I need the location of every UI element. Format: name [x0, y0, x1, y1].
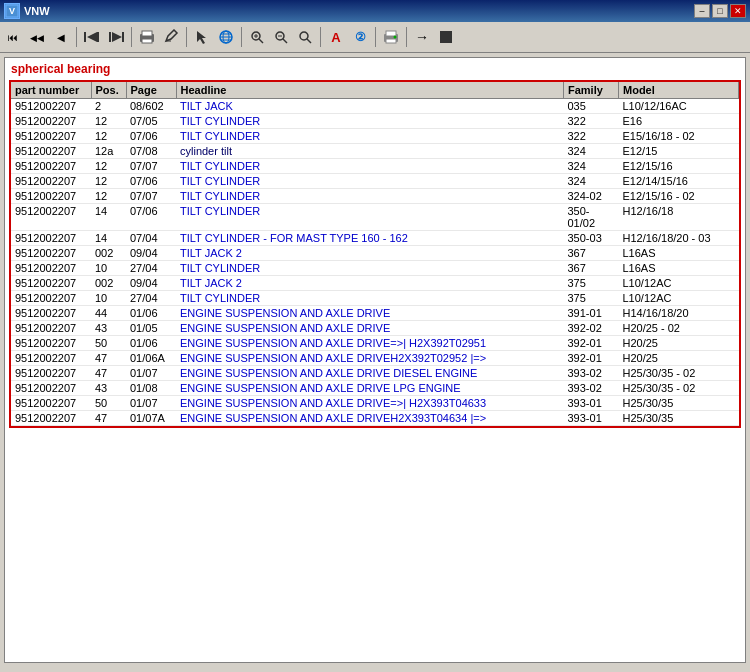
cell-headline[interactable]: TILT CYLINDER	[176, 189, 564, 204]
table-row[interactable]: 9512002207 002 09/04 TILT JACK 2 367 L16…	[11, 246, 739, 261]
cell-page: 01/05	[126, 321, 176, 336]
table-row[interactable]: 9512002207 2 08/602 TILT JACK 035 L10/12…	[11, 99, 739, 114]
cell-model: H12/16/18/20 - 03	[619, 231, 739, 246]
cell-headline[interactable]: TILT CYLINDER	[176, 204, 564, 231]
maximize-button[interactable]: □	[712, 4, 728, 18]
cell-model: H20/25	[619, 351, 739, 366]
cell-pos: 12	[91, 114, 126, 129]
search2-button[interactable]: ②	[349, 26, 371, 48]
table-row[interactable]: 9512002207 47 01/06A ENGINE SUSPENSION A…	[11, 351, 739, 366]
cell-partnumber: 9512002207	[11, 174, 91, 189]
cell-family: 393-02	[564, 366, 619, 381]
table-row[interactable]: 9512002207 43 01/08 ENGINE SUSPENSION AN…	[11, 381, 739, 396]
print-button[interactable]	[136, 26, 158, 48]
svg-rect-12	[142, 31, 152, 36]
table-header-row: part number Pos. Page Headline Family Mo…	[11, 82, 739, 99]
table-row[interactable]: 9512002207 12 07/06 TILT CYLINDER 322 E1…	[11, 129, 739, 144]
globe-button[interactable]	[215, 26, 237, 48]
cell-family: 392-01	[564, 336, 619, 351]
cell-headline[interactable]: ENGINE SUSPENSION AND AXLE DRIVE DIESEL …	[176, 366, 564, 381]
sep-6	[375, 27, 376, 47]
cell-headline[interactable]: cylinder tilt	[176, 144, 564, 159]
cell-model: L10/12AC	[619, 276, 739, 291]
table-row[interactable]: 9512002207 50 01/06 ENGINE SUSPENSION AN…	[11, 336, 739, 351]
cell-headline[interactable]: ENGINE SUSPENSION AND AXLE DRIVE	[176, 306, 564, 321]
col-header-model: Model	[619, 82, 739, 99]
table-row[interactable]: 9512002207 43 01/05 ENGINE SUSPENSION AN…	[11, 321, 739, 336]
cell-pos: 50	[91, 336, 126, 351]
cell-headline[interactable]: TILT CYLINDER	[176, 129, 564, 144]
print2-button[interactable]	[380, 26, 402, 48]
zoom-button[interactable]	[246, 26, 268, 48]
cell-pos: 43	[91, 321, 126, 336]
sep-2	[131, 27, 132, 47]
cell-pos: 47	[91, 411, 126, 426]
col-header-headline: Headline	[176, 82, 564, 99]
nav2-button[interactable]	[105, 26, 127, 48]
search1-button[interactable]: A	[325, 26, 347, 48]
cell-headline[interactable]: TILT CYLINDER	[176, 291, 564, 306]
table-row[interactable]: 9512002207 47 01/07 ENGINE SUSPENSION AN…	[11, 366, 739, 381]
svg-rect-35	[440, 31, 452, 43]
cell-headline[interactable]: TILT JACK	[176, 99, 564, 114]
cell-partnumber: 9512002207	[11, 204, 91, 231]
cell-headline[interactable]: ENGINE SUSPENSION AND AXLE DRIVEH2X392T0…	[176, 351, 564, 366]
cell-headline[interactable]: TILT JACK 2	[176, 246, 564, 261]
svg-line-23	[259, 39, 263, 43]
cell-family: 324	[564, 159, 619, 174]
table-row[interactable]: 9512002207 002 09/04 TILT JACK 2 375 L10…	[11, 276, 739, 291]
edit-button[interactable]	[160, 26, 182, 48]
stop-button[interactable]	[435, 26, 457, 48]
cell-family: 392-02	[564, 321, 619, 336]
cell-partnumber: 9512002207	[11, 99, 91, 114]
cell-headline[interactable]: ENGINE SUSPENSION AND AXLE DRIVE=>| H2X3…	[176, 396, 564, 411]
table-row[interactable]: 9512002207 12 07/05 TILT CYLINDER 322 E1…	[11, 114, 739, 129]
sep-3	[186, 27, 187, 47]
table-row[interactable]: 9512002207 44 01/06 ENGINE SUSPENSION AN…	[11, 306, 739, 321]
svg-rect-5	[84, 32, 86, 42]
table-row[interactable]: 9512002207 12 07/07 TILT CYLINDER 324 E1…	[11, 159, 739, 174]
cell-model: E12/15/16	[619, 159, 739, 174]
table-row[interactable]: 9512002207 14 07/06 TILT CYLINDER 350- 0…	[11, 204, 739, 231]
table-row[interactable]: 9512002207 10 27/04 TILT CYLINDER 367 L1…	[11, 261, 739, 276]
cell-page: 07/06	[126, 174, 176, 189]
cell-pos: 50	[91, 396, 126, 411]
table-row[interactable]: 9512002207 50 01/07 ENGINE SUSPENSION AN…	[11, 396, 739, 411]
cell-headline[interactable]: TILT CYLINDER	[176, 261, 564, 276]
cell-headline[interactable]: ENGINE SUSPENSION AND AXLE DRIVEH2X393T0…	[176, 411, 564, 426]
zoom2-button[interactable]	[270, 26, 292, 48]
table-row[interactable]: 9512002207 12 07/07 TILT CYLINDER 324-02…	[11, 189, 739, 204]
zoom3-button[interactable]	[294, 26, 316, 48]
cell-headline[interactable]: TILT CYLINDER	[176, 174, 564, 189]
cell-model: H25/30/35	[619, 396, 739, 411]
table-row[interactable]: 9512002207 47 01/07A ENGINE SUSPENSION A…	[11, 411, 739, 426]
cell-family: 367	[564, 261, 619, 276]
cell-model: E15/16/18 - 02	[619, 129, 739, 144]
cell-headline[interactable]: ENGINE SUSPENSION AND AXLE DRIVE=>| H2X3…	[176, 336, 564, 351]
table-row[interactable]: 9512002207 12 07/06 TILT CYLINDER 324 E1…	[11, 174, 739, 189]
arrow-button[interactable]: →	[411, 26, 433, 48]
svg-marker-16	[197, 31, 206, 44]
cell-page: 01/07A	[126, 411, 176, 426]
cell-headline[interactable]: TILT CYLINDER	[176, 159, 564, 174]
prev-prev-button[interactable]: ◀◀	[26, 26, 48, 48]
cell-headline[interactable]: TILT CYLINDER	[176, 114, 564, 129]
cell-model: L10/12AC	[619, 291, 739, 306]
cell-headline[interactable]: TILT JACK 2	[176, 276, 564, 291]
cell-model: H20/25	[619, 336, 739, 351]
nav1-button[interactable]	[81, 26, 103, 48]
cell-headline[interactable]: ENGINE SUSPENSION AND AXLE DRIVE	[176, 321, 564, 336]
cell-headline[interactable]: TILT CYLINDER - FOR MAST TYPE 160 - 162	[176, 231, 564, 246]
table-row[interactable]: 9512002207 10 27/04 TILT CYLINDER 375 L1…	[11, 291, 739, 306]
svg-text:◀◀: ◀◀	[30, 33, 44, 43]
col-header-page: Page	[126, 82, 176, 99]
minimize-button[interactable]: –	[694, 4, 710, 18]
first-button[interactable]: ⏮	[2, 26, 24, 48]
cell-headline[interactable]: ENGINE SUSPENSION AND AXLE DRIVE LPG ENG…	[176, 381, 564, 396]
pointer-button[interactable]	[191, 26, 213, 48]
close-button[interactable]: ✕	[730, 4, 746, 18]
table-row[interactable]: 9512002207 14 07/04 TILT CYLINDER - FOR …	[11, 231, 739, 246]
prev-button[interactable]: ◀	[50, 26, 72, 48]
cell-page: 01/08	[126, 381, 176, 396]
table-row[interactable]: 9512002207 12a 07/08 cylinder tilt 324 E…	[11, 144, 739, 159]
